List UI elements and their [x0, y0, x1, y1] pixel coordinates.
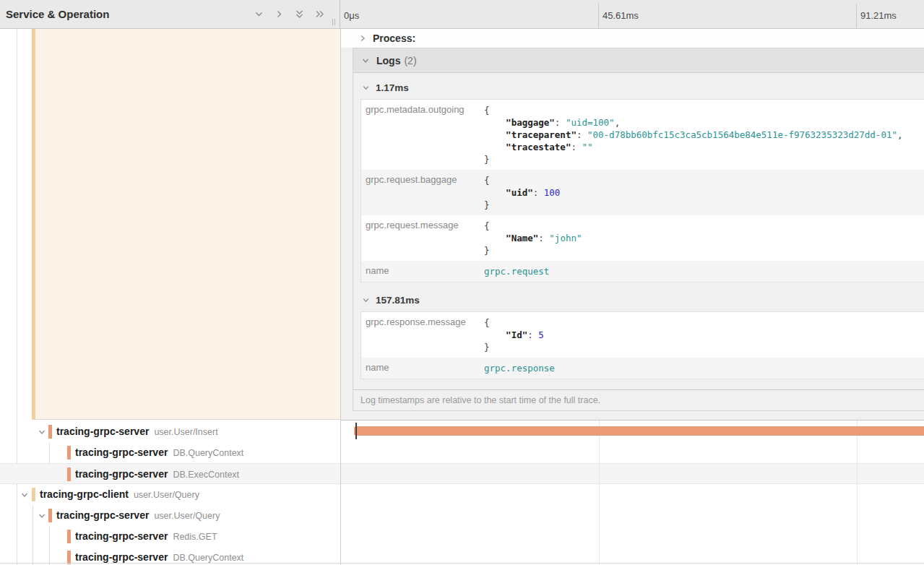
log-entry-accordion-header[interactable]: 1.17ms — [360, 77, 924, 98]
span-expand-chevron[interactable] — [38, 428, 46, 436]
service-operation-title: Service & Operation — [6, 8, 253, 20]
chevron-down-icon — [362, 296, 370, 304]
logs-timestamp-note: Log timestamps are relative to the start… — [353, 389, 924, 410]
span-service-name: tracing-grpc-client — [40, 488, 129, 500]
span-expand-chevron[interactable] — [20, 491, 29, 499]
log-field-value: grpc.response — [484, 363, 555, 374]
span-operation-name: user.User/Insert — [154, 427, 217, 437]
span-tree-column: tracing-grpc-serveruser.User/Inserttraci… — [0, 29, 341, 565]
log-field-value: grpc.request — [484, 266, 549, 277]
span-service-name: tracing-grpc-server — [75, 468, 168, 480]
log-field-key: grpc.request.message — [361, 215, 484, 261]
span-duration-bar[interactable] — [354, 426, 924, 436]
column-resizer-grip[interactable] — [332, 19, 335, 25]
span-service-name: tracing-grpc-server — [75, 551, 168, 563]
logs-count: (2) — [404, 55, 416, 66]
collapse-one-level-icon[interactable] — [253, 9, 264, 20]
span-color-bar — [32, 488, 35, 501]
row-stripe — [341, 463, 924, 484]
selected-span-row-highlight[interactable] — [32, 29, 340, 420]
span-color-bar — [48, 425, 52, 439]
process-label: Process: — [373, 33, 415, 44]
timeline-column: Process: Logs (2) 1.17msgrpc.metadata.ou… — [341, 29, 924, 565]
log-entry-timestamp: 1.17ms — [376, 82, 409, 93]
chevron-right-icon — [358, 34, 367, 43]
chevron-down-icon[interactable] — [20, 491, 29, 499]
span-start-tick — [355, 423, 357, 439]
log-field-key: grpc.metadata.outgoing — [361, 100, 484, 170]
ruler-tick: 91.21ms — [856, 4, 857, 28]
chevron-down-icon — [362, 84, 370, 92]
span-row-db-querycontext[interactable]: tracing-grpc-serverDB.QueryContext — [0, 442, 340, 463]
span-detail-panel: Process: Logs (2) 1.17msgrpc.metadata.ou… — [341, 29, 924, 420]
span-service-name: tracing-grpc-server — [75, 530, 168, 542]
log-entry-accordion-header[interactable]: 157.81ms — [360, 290, 924, 310]
log-field-key: name — [361, 261, 484, 282]
span-row-user-user-insert[interactable]: tracing-grpc-serveruser.User/Insert — [0, 421, 340, 442]
log-field-row: grpc.request.message{ "Name": "john" } — [361, 215, 924, 261]
span-color-bar — [48, 509, 52, 522]
log-field-json-value: { "baggage": "uid=100", "traceparent": "… — [484, 104, 903, 165]
log-field-json-value: { "Id": 5 } — [484, 316, 544, 353]
ruler-tick: 45.61ms — [598, 4, 599, 28]
log-field-row: namegrpc.response — [361, 358, 924, 379]
span-row-db-execcontext[interactable]: tracing-grpc-serverDB.ExecContext — [0, 463, 340, 484]
expand-collapse-controls — [253, 9, 325, 20]
log-field-row: namegrpc.request — [361, 261, 924, 282]
span-operation-name: DB.QueryContext — [173, 448, 243, 458]
log-fields-table: grpc.metadata.outgoing{ "baggage": "uid=… — [360, 99, 924, 282]
trace-view: tracing-grpc-serveruser.User/Inserttraci… — [0, 29, 924, 565]
span-operation-name: Redis.GET — [173, 532, 217, 542]
logs-accordion-header[interactable]: Logs (2) — [353, 48, 924, 73]
span-operation-name: user.User/Query — [134, 490, 199, 500]
span-service-name: tracing-grpc-server — [56, 426, 149, 437]
log-field-key: name — [361, 358, 484, 379]
span-color-bar — [67, 467, 71, 481]
log-field-json-value: { "uid": 100 } — [484, 174, 560, 211]
log-field-row: grpc.request.baggage{ "uid": 100 } — [361, 170, 924, 215]
log-field-row: grpc.metadata.outgoing{ "baggage": "uid=… — [361, 100, 924, 170]
span-row-redis-get[interactable]: tracing-grpc-serverRedis.GET — [0, 526, 340, 547]
span-row-user-user-query[interactable]: tracing-grpc-serveruser.User/Query — [0, 505, 340, 526]
service-operation-header: Service & Operation — [0, 0, 340, 29]
log-field-row: grpc.response.message{ "Id": 5 } — [361, 312, 924, 358]
collapse-all-icon[interactable] — [293, 9, 305, 20]
timeline-header: Service & Operation 0μs45.61ms91.21ms — [0, 0, 924, 29]
span-operation-name: DB.QueryContext — [173, 553, 243, 563]
logs-accordion: Logs (2) 1.17msgrpc.metadata.outgoing{ "… — [353, 48, 924, 411]
log-field-key: grpc.request.baggage — [361, 170, 484, 215]
chevron-down-icon[interactable] — [38, 512, 46, 520]
span-color-bar — [67, 446, 71, 460]
span-operation-name: user.User/Query — [154, 511, 220, 521]
expand-all-icon[interactable] — [314, 9, 325, 20]
span-expand-chevron[interactable] — [38, 512, 46, 520]
expand-one-level-icon[interactable] — [273, 9, 285, 20]
logs-label: Logs — [376, 55, 400, 66]
log-field-key: grpc.response.message — [361, 312, 484, 358]
span-color-bar — [67, 530, 71, 543]
span-service-name: tracing-grpc-server — [56, 509, 149, 521]
log-entry-timestamp: 157.81ms — [376, 295, 420, 306]
span-operation-name: DB.ExecContext — [173, 470, 239, 480]
chevron-down-icon[interactable] — [38, 428, 46, 436]
span-row-user-user-query[interactable]: tracing-grpc-clientuser.User/Query — [0, 484, 340, 505]
process-accordion[interactable]: Process: — [341, 29, 924, 48]
log-fields-table: grpc.response.message{ "Id": 5 }namegrpc… — [360, 311, 924, 379]
log-field-json-value: { "Name": "john" } — [484, 220, 582, 256]
chevron-down-icon — [361, 56, 370, 65]
timeline-ruler: 0μs45.61ms91.21ms — [340, 0, 924, 29]
span-tree-rows: tracing-grpc-serveruser.User/Inserttraci… — [0, 421, 340, 565]
span-service-name: tracing-grpc-server — [75, 447, 168, 458]
logs-body: 1.17msgrpc.metadata.outgoing{ "baggage":… — [353, 73, 924, 389]
row-boundary-line — [0, 563, 924, 564]
